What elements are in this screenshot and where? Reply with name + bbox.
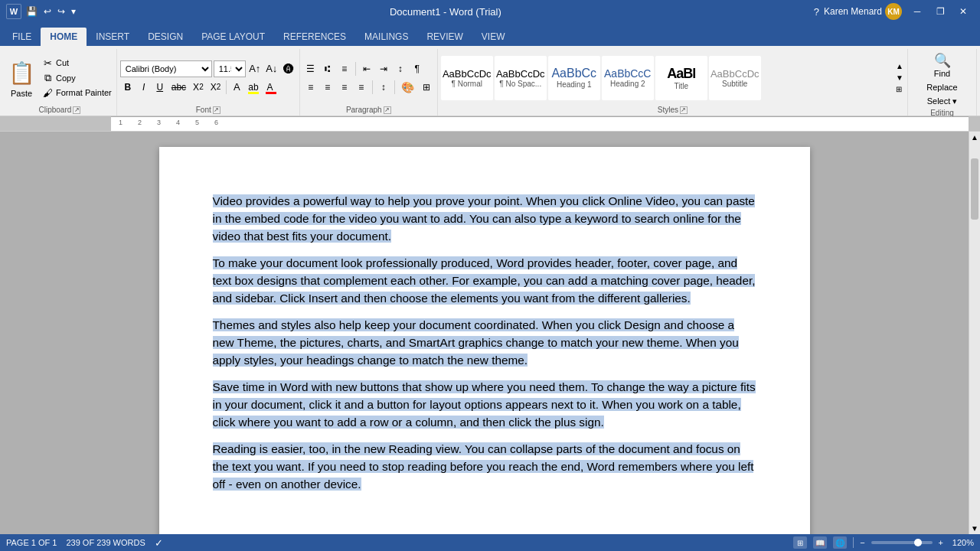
paragraph-group-footer: Paragraph ↗ bbox=[303, 105, 434, 116]
strikethrough-button[interactable]: abc bbox=[168, 79, 189, 96]
scrollbar-thumb[interactable] bbox=[971, 158, 978, 220]
styles-expand-button[interactable]: ↗ bbox=[680, 106, 688, 114]
paragraph-3: Themes and styles also help keep your do… bbox=[213, 317, 756, 370]
ruler-left-margin bbox=[0, 116, 111, 131]
tab-file[interactable]: FILE bbox=[3, 28, 41, 46]
help-button[interactable]: ? bbox=[814, 6, 819, 18]
zoom-thumb[interactable] bbox=[914, 539, 922, 546]
align-right-button[interactable]: ≡ bbox=[337, 79, 352, 96]
align-left-button[interactable]: ≡ bbox=[303, 79, 318, 96]
bold-button[interactable]: B bbox=[120, 79, 136, 96]
style-normal[interactable]: AaBbCcDc ¶ Normal bbox=[441, 56, 493, 100]
replace-button[interactable]: Replace bbox=[923, 81, 960, 93]
borders-button[interactable]: ⊞ bbox=[419, 79, 434, 96]
zoom-slider[interactable] bbox=[871, 541, 933, 544]
copy-button[interactable]: ⧉ Copy bbox=[40, 71, 113, 85]
style-nospace-preview: AaBbCcDc bbox=[496, 68, 545, 80]
subscript-button[interactable]: X2 bbox=[190, 79, 207, 96]
scrollbar-up-button[interactable]: ▲ bbox=[969, 132, 980, 143]
cut-button[interactable]: ✂ Cut bbox=[40, 57, 113, 70]
align-center-button[interactable]: ≡ bbox=[320, 79, 335, 96]
clear-formatting-button[interactable]: 🅐 bbox=[281, 60, 296, 77]
font-size-select[interactable]: 11.5 12 bbox=[214, 60, 246, 77]
style-title[interactable]: AaBl Title bbox=[655, 56, 707, 100]
style-heading1[interactable]: AaBbCc Heading 1 bbox=[548, 56, 600, 100]
line-spacing-button[interactable]: ↕ bbox=[376, 79, 391, 96]
paragraph-5: Reading is easier, too, in the new Readi… bbox=[213, 441, 756, 494]
paragraph-3-selected: Themes and styles also help keep your do… bbox=[213, 318, 739, 367]
status-divider bbox=[853, 537, 854, 548]
tab-page-layout[interactable]: PAGE LAYOUT bbox=[192, 28, 274, 46]
clipboard-expand-button[interactable]: ↗ bbox=[73, 106, 80, 114]
font-name-select[interactable]: Calibri (Body) bbox=[120, 60, 212, 77]
minimize-button[interactable]: ─ bbox=[906, 4, 928, 19]
font-color-button[interactable]: A bbox=[263, 79, 278, 96]
styles-gallery: AaBbCcDc ¶ Normal AaBbCcDc ¶ No Spac... … bbox=[441, 56, 893, 100]
format-painter-button[interactable]: 🖌 Format Painter bbox=[40, 86, 113, 99]
decrease-indent-button[interactable]: ⇤ bbox=[359, 60, 374, 77]
status-bar-left: PAGE 1 OF 1 239 OF 239 WORDS ✓ bbox=[6, 537, 163, 549]
show-marks-button[interactable]: ¶ bbox=[410, 60, 425, 77]
tab-review[interactable]: REVIEW bbox=[417, 28, 472, 46]
tab-insert[interactable]: INSERT bbox=[87, 28, 139, 46]
font-size-decrease-button[interactable]: A↓ bbox=[264, 60, 279, 77]
style-heading2[interactable]: AaBbCcC Heading 2 bbox=[602, 56, 654, 100]
styles-scroll-up[interactable]: ▲ bbox=[895, 61, 904, 71]
highlight-color-button[interactable]: ab bbox=[245, 79, 261, 96]
ribbon: 📋 Paste ✂ Cut ⧉ Copy 🖌 Format Painter C bbox=[0, 46, 980, 116]
document-area[interactable]: Video provides a powerful way to help yo… bbox=[0, 132, 969, 534]
print-layout-view-button[interactable]: ⊞ bbox=[793, 536, 807, 549]
redo-button[interactable]: ↪ bbox=[56, 6, 67, 17]
font-format-row: B I U abc X2 X2 A ab A bbox=[120, 79, 296, 96]
style-subtitle[interactable]: AaBbCcDc Subtitle bbox=[709, 56, 761, 100]
paste-label: Paste bbox=[11, 89, 32, 98]
editing-group: 🔍 Find Replace Select ▾ Editing bbox=[908, 49, 977, 116]
tab-design[interactable]: DESIGN bbox=[139, 28, 192, 46]
undo-button[interactable]: ↩ bbox=[42, 6, 53, 17]
paste-button[interactable]: 📋 Paste bbox=[6, 57, 37, 99]
tab-mailings[interactable]: MAILINGS bbox=[355, 28, 417, 46]
font-size-increase-button[interactable]: A↑ bbox=[247, 60, 263, 77]
sort-button[interactable]: ↕ bbox=[393, 60, 408, 77]
app-title: Document1 - Word (Trial) bbox=[77, 6, 814, 18]
superscript-button[interactable]: X2 bbox=[207, 79, 224, 96]
restore-button[interactable]: ❐ bbox=[929, 4, 951, 19]
tab-view[interactable]: VIEW bbox=[472, 28, 514, 46]
multilevel-list-button[interactable]: ≡ bbox=[337, 60, 352, 77]
customize-quick-access[interactable]: ▾ bbox=[70, 6, 77, 17]
paragraph-expand-button[interactable]: ↗ bbox=[384, 106, 391, 114]
tab-references[interactable]: REFERENCES bbox=[274, 28, 355, 46]
vertical-scrollbar[interactable]: ▲ ▼ bbox=[969, 132, 980, 534]
style-h1-preview: AaBbCc bbox=[551, 67, 596, 80]
web-layout-button[interactable]: 🌐 bbox=[833, 536, 847, 549]
underline-button[interactable]: U bbox=[152, 79, 168, 96]
style-normal-label: ¶ Normal bbox=[452, 80, 482, 88]
select-button[interactable]: Select ▾ bbox=[924, 95, 961, 108]
word-count: 239 OF 239 WORDS bbox=[66, 538, 145, 547]
shading-button[interactable]: 🎨 bbox=[398, 79, 417, 96]
scrollbar-down-button[interactable]: ▼ bbox=[969, 523, 980, 534]
user-info: Karen Menard KM bbox=[824, 3, 902, 20]
format-painter-icon: 🖌 bbox=[41, 87, 54, 99]
zoom-in-button[interactable]: + bbox=[939, 538, 943, 547]
styles-more[interactable]: ⊞ bbox=[895, 84, 904, 94]
find-button[interactable]: 🔍 Find bbox=[931, 51, 954, 80]
italic-button[interactable]: I bbox=[136, 79, 152, 96]
font-expand-button[interactable]: ↗ bbox=[213, 106, 220, 114]
zoom-level[interactable]: 120% bbox=[949, 538, 974, 547]
highlight-icon: ab bbox=[248, 82, 258, 93]
zoom-out-button[interactable]: − bbox=[860, 538, 864, 547]
tab-home[interactable]: HOME bbox=[41, 28, 87, 46]
read-mode-button[interactable]: 📖 bbox=[813, 536, 827, 549]
spell-check-icon[interactable]: ✓ bbox=[155, 537, 163, 549]
text-effects-button[interactable]: A bbox=[229, 79, 244, 96]
justify-button[interactable]: ≡ bbox=[354, 79, 369, 96]
increase-indent-button[interactable]: ⇥ bbox=[376, 60, 391, 77]
numbering-button[interactable]: ⑆ bbox=[320, 60, 335, 77]
style-no-spacing[interactable]: AaBbCcDc ¶ No Spac... bbox=[495, 56, 547, 100]
bullets-button[interactable]: ☰ bbox=[303, 60, 318, 77]
styles-scroll-down[interactable]: ▼ bbox=[895, 73, 904, 83]
save-button[interactable]: 💾 bbox=[24, 6, 39, 17]
close-button[interactable]: ✕ bbox=[952, 4, 974, 19]
ruler-content[interactable]: 1 2 3 4 5 6 bbox=[111, 116, 969, 131]
